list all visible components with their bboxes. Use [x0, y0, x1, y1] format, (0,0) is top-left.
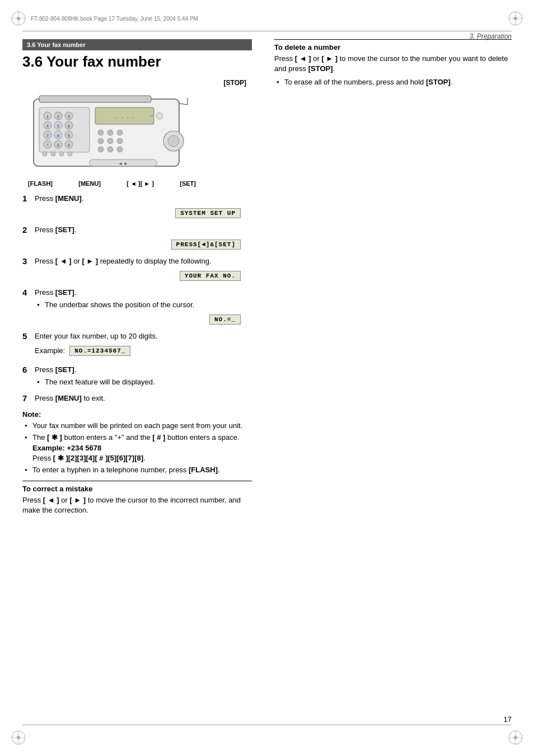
- corner-decoration-br: [507, 729, 524, 746]
- set-label: [SET]: [180, 180, 196, 187]
- step-6-content: Press [SET]. The next feature will be di…: [35, 365, 252, 389]
- svg-point-51: [98, 130, 104, 135]
- svg-point-54: [98, 138, 104, 144]
- fax-machine-area: [STOP] 1 2 3 4: [22, 79, 252, 188]
- svg-text:5: 5: [57, 124, 59, 128]
- svg-point-56: [117, 138, 123, 144]
- correct-divider: [22, 481, 252, 481]
- flash-label: [FLASH]: [28, 180, 53, 187]
- svg-text:◄  ►: ◄ ►: [118, 161, 128, 166]
- step-1-text: Press [MENU].: [35, 194, 252, 204]
- svg-point-55: [107, 138, 113, 144]
- svg-text:9: 9: [68, 134, 70, 138]
- step-5: 5 Enter your fax number, up to 20 digits…: [22, 331, 252, 360]
- corner-decoration-bl: [10, 729, 27, 746]
- file-info: FT-902-904-908HK.book Page 17 Tuesday, J…: [31, 16, 198, 22]
- step-3-lcd: YOUR FAX NO.: [180, 271, 241, 281]
- step-4-content: Press [SET]. The underbar shows the posi…: [35, 288, 252, 326]
- step-5-example-line: Example: NO.=1234567_: [35, 344, 252, 358]
- delete-bullet-1: To erase all of the numbers, press and h…: [277, 77, 512, 87]
- note-bullets: Your fax number will be printed on each …: [25, 421, 252, 475]
- step-1-num: 1: [22, 194, 35, 203]
- svg-text:1: 1: [46, 115, 49, 119]
- left-column: 3.6 Your fax number 3.6 Your fax number …: [22, 39, 269, 717]
- step-5-example-lcd: NO.=1234567_: [69, 346, 130, 356]
- fax-machine-illustration: 1 2 3 4 5 6 7 8 9 *: [22, 88, 202, 177]
- svg-text:6: 6: [68, 124, 70, 128]
- note-label: Note:: [22, 410, 252, 419]
- step-2-text: Press [SET].: [35, 225, 252, 235]
- note-section: Note: Your fax number will be printed on…: [22, 410, 252, 475]
- step-7: 7 Press [MENU] to exit.: [22, 393, 252, 406]
- svg-text:- - - -: - - - -: [115, 115, 134, 120]
- svg-text:*: *: [47, 143, 49, 147]
- svg-point-43: [43, 152, 47, 156]
- svg-line-64: [179, 104, 188, 105]
- main-content: 3.6 Your fax number 3.6 Your fax number …: [22, 39, 512, 717]
- svg-text:2: 2: [57, 115, 59, 119]
- right-column: To delete a number Press [ ◄ ] or [ ► ] …: [269, 39, 512, 717]
- step-2: 2 Press [SET]. PRESS[◄]&[SET]: [22, 225, 252, 252]
- step-3: 3 Press [ ◄ ] or [ ► ] repeatedly to dis…: [22, 256, 252, 283]
- svg-text:7: 7: [46, 134, 49, 138]
- svg-point-53: [117, 130, 123, 135]
- step-7-content: Press [MENU] to exit.: [35, 393, 252, 406]
- svg-point-3: [17, 17, 20, 20]
- step-4-bullets: The underbar shows the position of the c…: [37, 300, 252, 310]
- svg-point-45: [59, 152, 64, 156]
- correct-heading: To correct a mistake: [22, 485, 252, 493]
- step-5-num: 5: [22, 331, 35, 341]
- svg-point-7: [514, 17, 517, 20]
- svg-point-49: [156, 112, 163, 119]
- note-bullet-2: The [ ✱ ] button enters a "+" and the [ …: [25, 433, 252, 463]
- note-bullet-1: Your fax number will be printed on each …: [25, 421, 252, 431]
- fax-labels: [FLASH] [MENU] [ ◄ ][ ► ] [SET]: [22, 179, 202, 188]
- svg-point-46: [68, 152, 72, 156]
- svg-point-57: [98, 147, 104, 152]
- step-1-lcd: SYSTEM SET UP: [175, 208, 241, 218]
- step-4-bullet-1: The underbar shows the position of the c…: [37, 300, 252, 310]
- svg-rect-17: [39, 96, 151, 102]
- delete-bullets: To erase all of the numbers, press and h…: [277, 77, 512, 87]
- svg-point-59: [117, 147, 123, 152]
- svg-point-11: [17, 736, 20, 739]
- section-title-bar: 3.6 Your fax number: [22, 39, 252, 50]
- step-5-text: Enter your fax number, up to 20 digits.: [35, 331, 252, 341]
- step-5-content: Enter your fax number, up to 20 digits. …: [35, 331, 252, 360]
- step-3-content: Press [ ◄ ] or [ ► ] repeatedly to displ…: [35, 256, 252, 283]
- step-6-bullet-1: The next feature will be displayed.: [37, 377, 252, 387]
- step-3-num: 3: [22, 256, 35, 266]
- svg-text:3: 3: [68, 115, 70, 119]
- step-2-num: 2: [22, 225, 35, 234]
- step-1-content: Press [MENU]. SYSTEM SET UP: [35, 194, 252, 220]
- svg-point-58: [107, 147, 113, 152]
- step-6-text: Press [SET].: [35, 365, 252, 375]
- step-4-num: 4: [22, 288, 35, 297]
- step-7-num: 7: [22, 393, 35, 403]
- svg-point-15: [514, 736, 517, 739]
- step-4-text: Press [SET].: [35, 288, 252, 298]
- step-3-text: Press [ ◄ ] or [ ► ] repeatedly to displ…: [35, 256, 252, 266]
- step-1: 1 Press [MENU]. SYSTEM SET UP: [22, 194, 252, 220]
- section-heading: 3.6 Your fax number: [22, 54, 252, 70]
- step-6-num: 6: [22, 365, 35, 374]
- delete-text: Press [ ◄ ] or [ ► ] to move the cursor …: [274, 54, 512, 74]
- menu-label: [MENU]: [78, 180, 101, 187]
- svg-text:8: 8: [57, 134, 59, 138]
- step-6: 6 Press [SET]. The next feature will be …: [22, 365, 252, 389]
- step-7-text: Press [MENU] to exit.: [35, 393, 252, 403]
- svg-text:#: #: [68, 143, 70, 147]
- note-bullet-3: To enter a hyphen in a telephone number,…: [25, 465, 252, 475]
- stop-label: [STOP]: [22, 79, 252, 87]
- corner-decoration-tl: [10, 10, 27, 27]
- svg-point-52: [107, 130, 113, 135]
- step-5-example-label: Example:: [35, 346, 65, 355]
- step-2-content: Press [SET]. PRESS[◄]&[SET]: [35, 225, 252, 252]
- corner-decoration-tr: [507, 10, 524, 27]
- step-4-lcd: NO.=_: [209, 314, 241, 325]
- step-2-lcd: PRESS[◄]&[SET]: [171, 240, 241, 250]
- correct-text: Press [ ◄ ] or [ ► ] to move the cursor …: [22, 495, 252, 515]
- nav-label: [ ◄ ][ ► ]: [127, 180, 154, 187]
- delete-heading: To delete a number: [274, 39, 512, 51]
- svg-text:0: 0: [57, 143, 59, 147]
